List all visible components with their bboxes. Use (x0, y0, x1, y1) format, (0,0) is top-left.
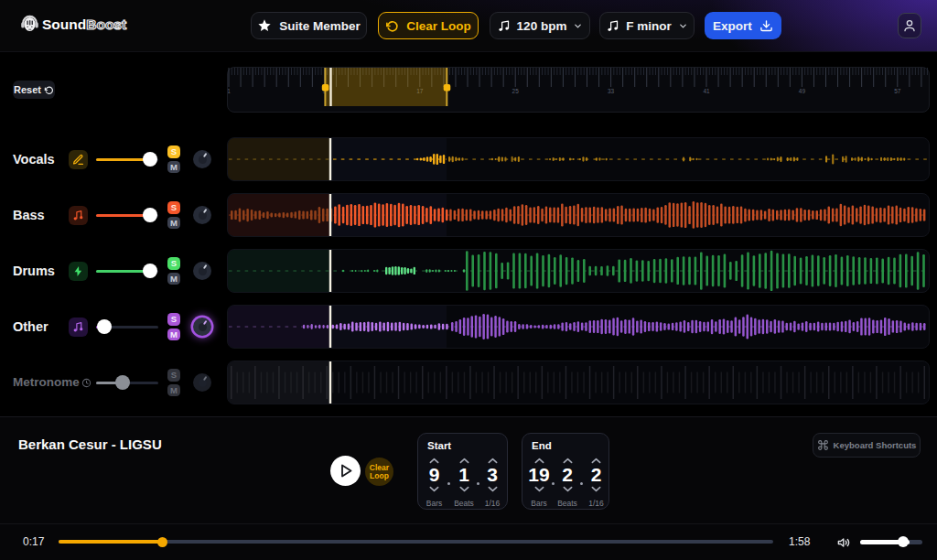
svg-text:57: 57 (894, 88, 901, 94)
svg-text:1: 1 (228, 88, 231, 94)
svg-text:41: 41 (703, 88, 710, 94)
svg-text:33: 33 (608, 88, 615, 94)
svg-text:49: 49 (799, 88, 806, 94)
svg-text:25: 25 (512, 88, 520, 94)
